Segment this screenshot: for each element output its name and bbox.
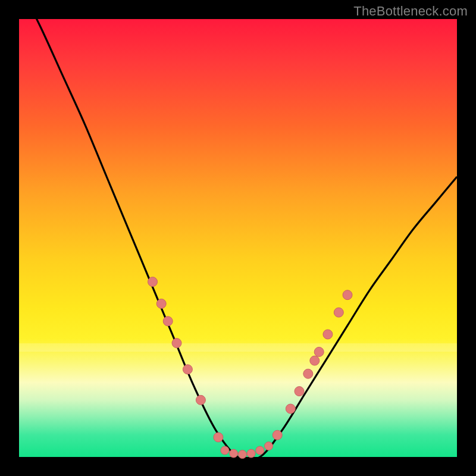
marker-bottom [247,449,255,458]
bottleneck-curve [19,0,457,461]
marker-left [183,365,192,374]
marker-bottom [256,446,264,455]
marker-right [323,330,333,339]
marker-right [343,290,352,300]
marker-left [196,395,205,405]
marker-bottom [265,442,273,450]
marker-left [163,317,173,326]
marker-bottom [221,446,229,455]
marker-left [148,277,158,287]
marker-right [314,347,324,356]
marker-bottom [230,449,238,458]
marker-right [286,404,295,414]
marker-left [156,299,166,308]
marker-left [172,339,181,348]
watermark-text: TheBottleneck.com [353,4,468,19]
marker-bottom [238,450,246,459]
marker-right [295,387,304,396]
marker-right [303,369,313,378]
chart-svg [19,19,457,457]
marker-left [214,433,223,442]
marker-right [310,356,320,365]
marker-right [273,430,282,440]
curve-group [19,0,457,461]
marker-right [334,308,343,317]
chart-canvas: TheBottleneck.com [0,0,476,476]
